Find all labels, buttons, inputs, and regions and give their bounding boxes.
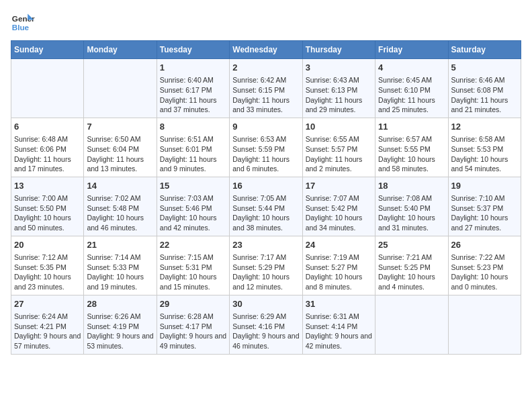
dow-header: Sunday — [11, 41, 84, 59]
calendar-cell: 13Sunrise: 7:00 AMSunset: 5:50 PMDayligh… — [11, 177, 84, 236]
cell-info-line: Daylight: 10 hours and 34 minutes. — [306, 213, 372, 232]
cell-info-line: Sunrise: 6:42 AM — [232, 75, 299, 85]
calendar-cell: 15Sunrise: 7:03 AMSunset: 5:46 PMDayligh… — [157, 177, 229, 236]
cell-info-line: Sunrise: 7:10 AM — [451, 193, 518, 203]
cell-info-line: Sunset: 6:08 PM — [451, 85, 518, 95]
calendar-week-row: 1Sunrise: 6:40 AMSunset: 6:17 PMDaylight… — [11, 59, 521, 118]
calendar-cell: 20Sunrise: 7:12 AMSunset: 5:35 PMDayligh… — [11, 236, 84, 295]
day-number: 29 — [160, 298, 226, 310]
day-number: 25 — [378, 239, 445, 251]
cell-info-line: Sunrise: 6:51 AM — [160, 134, 226, 144]
cell-info-line: Sunset: 5:48 PM — [87, 203, 153, 214]
cell-info-line: Daylight: 9 hours and 49 minutes. — [160, 331, 226, 351]
calendar-cell — [448, 295, 521, 354]
cell-info-line: Sunrise: 7:05 AM — [232, 193, 299, 203]
dow-header: Friday — [375, 41, 448, 59]
calendar-cell: 10Sunrise: 6:55 AMSunset: 5:57 PMDayligh… — [302, 118, 375, 177]
calendar-week-row: 6Sunrise: 6:48 AMSunset: 6:06 PMDaylight… — [11, 118, 521, 177]
cell-info-line: Daylight: 10 hours and 46 minutes. — [87, 213, 153, 232]
day-number: 22 — [160, 239, 226, 251]
cell-info-line: Sunrise: 6:55 AM — [306, 134, 372, 144]
day-number: 6 — [14, 121, 81, 133]
cell-info-line: Daylight: 10 hours and 12 minutes. — [232, 272, 299, 291]
cell-info-line: Daylight: 10 hours and 54 minutes. — [451, 154, 518, 174]
cell-info-line: Sunset: 4:16 PM — [232, 322, 299, 332]
cell-info-line: Sunset: 5:46 PM — [160, 203, 226, 214]
calendar-week-row: 27Sunrise: 6:24 AMSunset: 4:21 PMDayligh… — [11, 295, 521, 354]
dow-header: Thursday — [302, 41, 375, 59]
calendar-cell: 16Sunrise: 7:05 AMSunset: 5:44 PMDayligh… — [230, 177, 302, 236]
cell-info-line: Daylight: 10 hours and 42 minutes. — [160, 213, 226, 232]
cell-info-line: Sunrise: 7:14 AM — [87, 253, 153, 263]
cell-info-line: Sunset: 5:29 PM — [232, 263, 299, 273]
day-number: 23 — [232, 239, 299, 251]
day-number: 30 — [232, 298, 299, 310]
day-number: 9 — [232, 121, 299, 133]
cell-info-line: Daylight: 11 hours and 17 minutes. — [14, 154, 81, 174]
day-number: 5 — [451, 62, 518, 74]
calendar-cell: 25Sunrise: 7:21 AMSunset: 5:25 PMDayligh… — [375, 236, 448, 295]
cell-info-line: Sunset: 5:55 PM — [378, 144, 445, 154]
cell-info-line: Sunset: 4:17 PM — [160, 322, 226, 332]
cell-info-line: Daylight: 10 hours and 50 minutes. — [14, 213, 81, 232]
cell-info-line: Sunrise: 6:28 AM — [160, 312, 226, 322]
calendar-cell: 27Sunrise: 6:24 AMSunset: 4:21 PMDayligh… — [11, 295, 84, 354]
cell-info-line: Sunrise: 6:40 AM — [160, 75, 226, 85]
cell-info-line: Sunrise: 7:02 AM — [87, 193, 153, 203]
cell-info-line: Sunset: 4:21 PM — [14, 322, 81, 332]
cell-info-line: Sunset: 5:59 PM — [232, 144, 299, 154]
cell-info-line: Daylight: 11 hours and 13 minutes. — [87, 154, 153, 174]
calendar-cell: 6Sunrise: 6:48 AMSunset: 6:06 PMDaylight… — [11, 118, 84, 177]
cell-info-line: Sunrise: 6:57 AM — [378, 134, 445, 144]
day-number: 18 — [378, 180, 445, 192]
calendar-cell: 30Sunrise: 6:29 AMSunset: 4:16 PMDayligh… — [230, 295, 302, 354]
cell-info-line: Sunset: 4:19 PM — [87, 322, 153, 332]
cell-info-line: Daylight: 11 hours and 25 minutes. — [378, 95, 445, 115]
cell-info-line: Daylight: 11 hours and 21 minutes. — [451, 95, 518, 115]
cell-info-line: Daylight: 10 hours and 23 minutes. — [14, 272, 81, 291]
cell-info-line: Sunset: 5:50 PM — [14, 203, 81, 214]
cell-info-line: Daylight: 10 hours and 19 minutes. — [87, 272, 153, 291]
cell-info-line: Sunrise: 6:43 AM — [306, 75, 372, 85]
calendar-cell: 1Sunrise: 6:40 AMSunset: 6:17 PMDaylight… — [157, 59, 229, 118]
cell-info-line: Sunset: 5:44 PM — [232, 203, 299, 214]
calendar-table: SundayMondayTuesdayWednesdayThursdayFrid… — [11, 40, 521, 355]
day-number: 16 — [232, 180, 299, 192]
cell-info-line: Sunset: 5:35 PM — [14, 263, 81, 273]
cell-info-line: Sunset: 5:27 PM — [306, 263, 372, 273]
cell-info-line: Sunset: 6:01 PM — [160, 144, 226, 154]
calendar-cell: 23Sunrise: 7:17 AMSunset: 5:29 PMDayligh… — [230, 236, 302, 295]
cell-info-line: Sunrise: 7:00 AM — [14, 193, 81, 203]
cell-info-line: Sunrise: 6:46 AM — [451, 75, 518, 85]
cell-info-line: Sunrise: 6:31 AM — [306, 312, 372, 322]
dow-header: Tuesday — [157, 41, 229, 59]
cell-info-line: Sunset: 5:53 PM — [451, 144, 518, 154]
calendar-cell: 7Sunrise: 6:50 AMSunset: 6:04 PMDaylight… — [84, 118, 157, 177]
cell-info-line: Sunset: 5:37 PM — [451, 203, 518, 214]
cell-info-line: Sunset: 5:25 PM — [378, 263, 445, 273]
cell-info-line: Sunrise: 6:50 AM — [87, 134, 153, 144]
cell-info-line: Daylight: 11 hours and 6 minutes. — [232, 154, 299, 174]
cell-info-line: Sunset: 6:13 PM — [306, 85, 372, 95]
cell-info-line: Sunset: 6:06 PM — [14, 144, 81, 154]
day-number: 8 — [160, 121, 226, 133]
day-of-week-row: SundayMondayTuesdayWednesdayThursdayFrid… — [11, 41, 521, 59]
cell-info-line: Daylight: 10 hours and 58 minutes. — [378, 154, 445, 174]
calendar-cell — [11, 59, 84, 118]
day-number: 21 — [87, 239, 153, 251]
day-number: 10 — [306, 121, 372, 133]
calendar-cell — [84, 59, 157, 118]
dow-header: Saturday — [448, 41, 521, 59]
calendar-cell: 29Sunrise: 6:28 AMSunset: 4:17 PMDayligh… — [157, 295, 229, 354]
day-number: 3 — [306, 62, 372, 74]
calendar-cell: 14Sunrise: 7:02 AMSunset: 5:48 PMDayligh… — [84, 177, 157, 236]
day-number: 14 — [87, 180, 153, 192]
cell-info-line: Sunset: 6:04 PM — [87, 144, 153, 154]
cell-info-line: Daylight: 9 hours and 53 minutes. — [87, 331, 153, 351]
cell-info-line: Daylight: 10 hours and 15 minutes. — [160, 272, 226, 291]
cell-info-line: Sunrise: 7:19 AM — [306, 253, 372, 263]
cell-info-line: Sunset: 6:15 PM — [232, 85, 299, 95]
cell-info-line: Sunrise: 6:45 AM — [378, 75, 445, 85]
calendar-cell: 8Sunrise: 6:51 AMSunset: 6:01 PMDaylight… — [157, 118, 229, 177]
cell-info-line: Daylight: 10 hours and 31 minutes. — [378, 213, 445, 232]
